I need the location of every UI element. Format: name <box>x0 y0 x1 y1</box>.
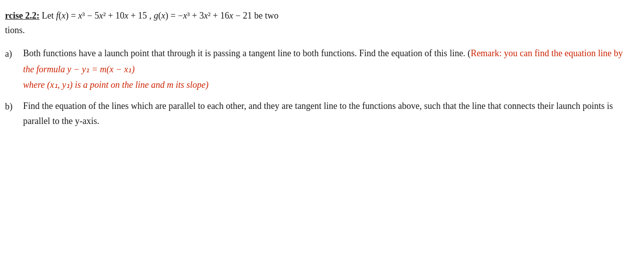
f-definition: f(x) = x³ − 5x² + 10x + 15 <box>56 11 147 21</box>
comma-separator: , <box>147 11 154 21</box>
exercise-header: rcise 2.2: Let f(x) = x³ − 5x² + 10x + 1… <box>5 9 634 23</box>
g-definition: g(x) = −x³ + 3x² + 16x − 21 <box>154 11 252 21</box>
part-a-formula2: where (x₁, y₁) is a point on the line an… <box>23 78 634 93</box>
part-b-main: Find the equation of the lines which are… <box>23 101 613 126</box>
exercise-label: rcise 2.2: <box>5 11 40 21</box>
part-a-content: Both functions have a launch point that … <box>23 46 634 93</box>
part-a-main: Both functions have a launch point that … <box>23 48 623 58</box>
tions-line: tions. <box>5 24 634 37</box>
part-a-formula1: the formula y − y₁ = m(x − x₁) <box>23 62 634 77</box>
part-a: a) Both functions have a launch point th… <box>5 46 634 93</box>
suffix-text: be two <box>254 11 279 21</box>
exercise-container: rcise 2.2: Let f(x) = x³ − 5x² + 10x + 1… <box>5 9 634 129</box>
part-b-content: Find the equation of the lines which are… <box>23 99 634 129</box>
part-a-label: a) <box>5 46 23 62</box>
part-b: b) Find the equation of the lines which … <box>5 99 634 129</box>
tions-text: tions. <box>5 25 25 35</box>
part-b-label: b) <box>5 99 23 114</box>
intro-text: Let <box>42 11 56 21</box>
